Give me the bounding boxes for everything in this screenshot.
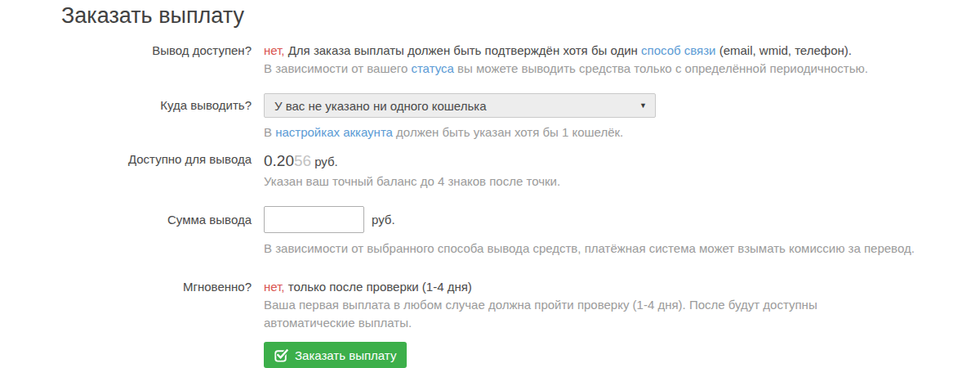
status-text-tail: (email, wmid, телефон).: [715, 43, 851, 57]
row-balance: Доступно для вывода 0.2056руб. Указан ва…: [0, 150, 980, 191]
balance-faded-digits: 56: [294, 152, 311, 169]
contact-method-link[interactable]: способ связи: [641, 43, 715, 57]
destination-label: Куда выводить?: [0, 93, 252, 114]
balance-label: Доступно для вывода: [0, 150, 252, 168]
amount-label: Сумма вывода: [0, 206, 252, 229]
payout-available-label: Вывод доступен?: [0, 42, 252, 60]
wallet-select[interactable]: У вас не указано ни одного кошелька ▼: [264, 93, 656, 118]
help-text: В зависимости от вашего: [264, 61, 411, 75]
help-text-tail: вы можете выводить средства только с опр…: [454, 61, 868, 75]
status-link[interactable]: статуса: [411, 61, 453, 75]
instant-help: Ваша первая выплата в любом случае должн…: [264, 296, 893, 332]
status-no-text: нет,: [264, 43, 285, 57]
destination-help: В настройках аккаунта должен быть указан…: [264, 123, 980, 141]
row-instant: Мгновенно? нет, только после проверки (1…: [0, 278, 980, 332]
wallet-select-value: У вас не указано ни одного кошелька: [274, 99, 487, 113]
account-settings-link[interactable]: настройках аккаунта: [275, 125, 393, 139]
payout-available-status-line: нет, Для заказа выплаты должен быть подт…: [264, 42, 980, 60]
submit-row: Заказать выплату: [264, 342, 980, 368]
status-no-text: нет,: [264, 280, 285, 294]
amount-currency: руб.: [372, 213, 395, 227]
balance-value: 0.2056руб.: [264, 150, 980, 173]
instant-status-line: нет, только после проверки (1-4 дня): [264, 278, 980, 296]
status-text: Для заказа выплаты должен быть подтвержд…: [285, 43, 642, 57]
row-destination: Куда выводить? У вас не указано ни одног…: [0, 93, 980, 141]
amount-input[interactable]: [264, 206, 364, 233]
payout-available-help: В зависимости от вашего статуса вы может…: [264, 60, 980, 78]
amount-help: В зависимости от выбранного способа выво…: [264, 240, 980, 258]
help-text: В: [264, 125, 275, 139]
row-amount: Сумма вывода руб. В зависимости от выбра…: [0, 206, 980, 258]
chevron-down-icon: ▼: [639, 102, 647, 110]
balance-main-digits: 0.20: [264, 152, 294, 169]
help-text-tail: должен быть указан хотя бы 1 кошелёк.: [393, 125, 623, 139]
page-title: Заказать выплату: [61, 2, 980, 29]
check-square-icon: [274, 348, 288, 362]
instant-label: Мгновенно?: [0, 278, 252, 296]
order-payout-button[interactable]: Заказать выплату: [264, 342, 407, 368]
order-payout-page: Заказать выплату Вывод доступен? нет, Дл…: [0, 0, 980, 368]
balance-help: Указан ваш точный баланс до 4 знаков пос…: [264, 173, 980, 191]
row-payout-available: Вывод доступен? нет, Для заказа выплаты …: [0, 42, 980, 78]
status-text: только после проверки (1-4 дня): [285, 280, 472, 294]
order-payout-button-label: Заказать выплату: [295, 349, 396, 361]
balance-currency: руб.: [314, 155, 338, 168]
